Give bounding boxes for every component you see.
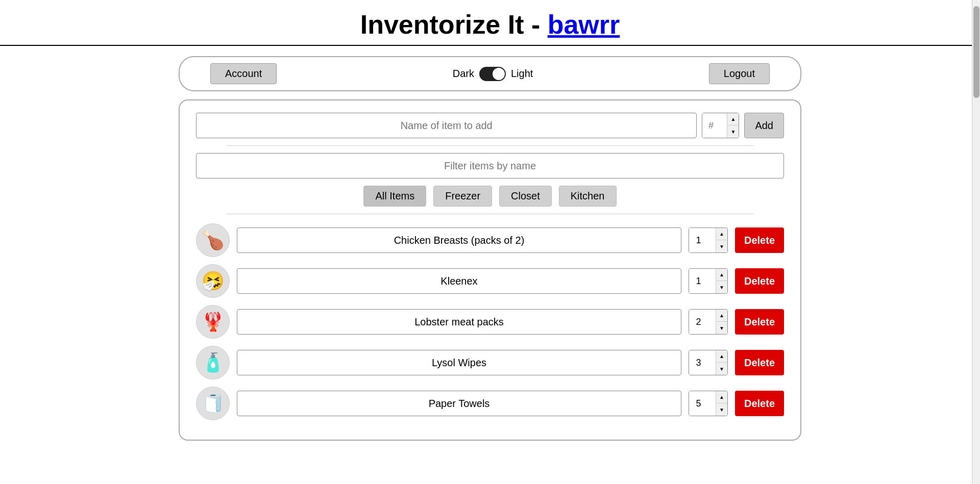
brand-link[interactable]: bawrr [548, 10, 620, 39]
item-qty-arrows-lobster: ▲ ▼ [716, 309, 727, 335]
toolbar-wrapper: Account Dark Light Logout [0, 46, 980, 99]
item-image-lysol: 🧴 [196, 346, 230, 379]
category-tabs: All Items Freezer Closet Kitchen [196, 186, 784, 207]
item-qty-arrows-lysol: ▲ ▼ [716, 350, 727, 375]
tab-kitchen[interactable]: Kitchen [559, 186, 617, 207]
item-qty-spinner-papertowel: ▲ ▼ [689, 391, 728, 416]
main-panel: ▲ ▼ Add All Items Freezer Closet Kitchen… [179, 99, 801, 441]
item-qty-up-lysol[interactable]: ▲ [716, 350, 727, 363]
page-title: Inventorize It - bawrr [0, 9, 980, 40]
item-qty-arrows-papertowel: ▲ ▼ [716, 391, 727, 416]
item-qty-spinner-lysol: ▲ ▼ [689, 350, 728, 375]
item-name-papertowel[interactable] [237, 391, 681, 416]
item-qty-input-kleenex[interactable] [689, 268, 716, 294]
tab-closet[interactable]: Closet [499, 186, 552, 207]
scrollbar[interactable] [972, 0, 980, 484]
item-name-chicken[interactable] [237, 227, 681, 253]
add-item-input[interactable] [196, 113, 697, 138]
divider-top [227, 145, 753, 146]
lysol-icon: 🧴 [202, 352, 225, 373]
delete-button-kleenex[interactable]: Delete [735, 268, 784, 294]
filter-input[interactable] [196, 153, 784, 179]
item-qty-up-papertowel[interactable]: ▲ [716, 391, 727, 403]
item-qty-arrows-kleenex: ▲ ▼ [716, 268, 727, 294]
item-name-lobster[interactable] [237, 309, 681, 335]
add-quantity-input[interactable] [702, 113, 727, 138]
item-qty-down-papertowel[interactable]: ▼ [716, 403, 727, 416]
delete-button-chicken[interactable]: Delete [735, 227, 784, 253]
delete-button-papertowel[interactable]: Delete [735, 391, 784, 416]
delete-button-lobster[interactable]: Delete [735, 309, 784, 335]
table-row: 🤧 ▲ ▼ Delete [196, 264, 784, 298]
table-row: 🧻 ▲ ▼ Delete [196, 387, 784, 420]
table-row: 🦞 ▲ ▼ Delete [196, 305, 784, 339]
logout-button[interactable]: Logout [709, 63, 770, 84]
add-quantity-arrows: ▲ ▼ [727, 113, 739, 138]
item-image-lobster: 🦞 [196, 305, 230, 339]
item-list: 🍗 ▲ ▼ Delete 🤧 [196, 223, 784, 420]
table-row: 🍗 ▲ ▼ Delete [196, 223, 784, 257]
item-qty-spinner-lobster: ▲ ▼ [689, 309, 728, 335]
kleenex-icon: 🤧 [202, 270, 225, 292]
item-qty-up-chicken[interactable]: ▲ [716, 227, 727, 240]
add-button[interactable]: Add [744, 113, 784, 138]
divider-middle [227, 214, 753, 214]
item-qty-up-kleenex[interactable]: ▲ [716, 268, 727, 281]
table-row: 🧴 ▲ ▼ Delete [196, 346, 784, 379]
item-qty-spinner-chicken: ▲ ▼ [689, 227, 728, 253]
scrollbar-thumb[interactable] [973, 6, 979, 98]
item-qty-down-kleenex[interactable]: ▼ [716, 281, 727, 294]
tab-freezer[interactable]: Freezer [433, 186, 492, 207]
chicken-icon: 🍗 [202, 230, 225, 251]
tab-all-items[interactable]: All Items [363, 186, 426, 207]
lobster-icon: 🦞 [202, 311, 225, 333]
item-qty-input-lysol[interactable] [689, 350, 716, 375]
page-header: Inventorize It - bawrr [0, 0, 980, 46]
add-quantity-spinner: ▲ ▼ [702, 113, 739, 138]
item-name-kleenex[interactable] [237, 268, 681, 294]
papertowel-icon: 🧻 [202, 393, 225, 414]
item-qty-input-chicken[interactable] [689, 227, 716, 253]
title-prefix: Inventorize It - [360, 10, 548, 39]
add-quantity-down[interactable]: ▼ [727, 125, 739, 138]
light-label: Light [511, 68, 533, 80]
item-qty-input-papertowel[interactable] [689, 391, 716, 416]
add-quantity-up[interactable]: ▲ [727, 113, 739, 125]
item-image-papertowel: 🧻 [196, 387, 230, 420]
theme-toggle-group: Dark Light [453, 67, 533, 81]
item-image-kleenex: 🤧 [196, 264, 230, 298]
dark-label: Dark [453, 68, 474, 80]
theme-toggle[interactable] [479, 67, 506, 81]
item-qty-input-lobster[interactable] [689, 309, 716, 335]
item-qty-spinner-kleenex: ▲ ▼ [689, 268, 728, 294]
item-qty-down-lysol[interactable]: ▼ [716, 363, 727, 375]
item-name-lysol[interactable] [237, 350, 681, 375]
item-qty-arrows-chicken: ▲ ▼ [716, 227, 727, 253]
item-qty-down-chicken[interactable]: ▼ [716, 240, 727, 253]
delete-button-lysol[interactable]: Delete [735, 350, 784, 375]
account-button[interactable]: Account [210, 63, 277, 84]
toolbar: Account Dark Light Logout [179, 56, 801, 91]
item-qty-up-lobster[interactable]: ▲ [716, 309, 727, 322]
main-panel-wrapper: ▲ ▼ Add All Items Freezer Closet Kitchen… [0, 99, 980, 456]
toggle-knob [493, 68, 505, 80]
add-item-row: ▲ ▼ Add [196, 113, 784, 138]
item-qty-down-lobster[interactable]: ▼ [716, 322, 727, 335]
item-image-chicken: 🍗 [196, 223, 230, 257]
